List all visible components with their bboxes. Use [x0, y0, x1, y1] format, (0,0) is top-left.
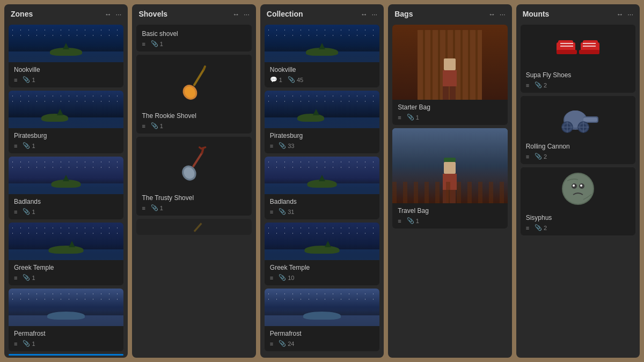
- column-header-collection: Collection ↔ ···: [260, 4, 384, 23]
- column-actions-mounts: ↔ ···: [616, 10, 633, 18]
- clip-icon: 📎: [151, 40, 158, 47]
- card-col-piratesburg[interactable]: Piratesburg ≡ 📎33: [265, 91, 379, 153]
- card-zone-piratesburg[interactable]: Piratesburg ≡ 📎1: [9, 91, 123, 153]
- svg-line-6: [193, 153, 202, 166]
- meta-attach: 📎1: [23, 340, 35, 347]
- card-meta: ≡ 📎1: [398, 217, 502, 224]
- card-bag-travel[interactable]: Travel Bag ≡ 📎1: [392, 128, 507, 228]
- meta-attach: 📎1: [23, 76, 35, 83]
- column-zones: Zones ↔ ··· Nookville ≡ 📎1: [4, 4, 128, 358]
- card-zone-permafrost[interactable]: Permafrost ≡ 📎1: [9, 289, 123, 351]
- list-icon: ≡: [398, 114, 401, 121]
- meta-attach: 📎2: [535, 82, 547, 88]
- scroll-indicator: [9, 354, 123, 356]
- card-title: The Trusty Shovel: [142, 194, 246, 202]
- card-shovel-rookie[interactable]: The Rookie Shovel ≡ 📎1: [136, 55, 251, 134]
- card-mount-shoes[interactable]: Supa Fly Shoes ≡ 📎2: [521, 25, 635, 93]
- card-col-greek[interactable]: Greek Temple ≡ 📎10: [265, 223, 379, 285]
- card-title: Travel Bag: [398, 207, 502, 215]
- card-shovel-trusty[interactable]: The Trusty Shovel ≡ 📎1: [136, 137, 251, 216]
- meta-attach: 📎31: [279, 208, 294, 215]
- meta-list: ≡: [142, 123, 145, 129]
- card-meta: ≡ 📎10: [270, 274, 374, 281]
- svg-line-9: [199, 147, 201, 149]
- card-title: The Rookie Shovel: [142, 112, 246, 120]
- list-icon: ≡: [270, 143, 273, 149]
- column-actions-zones: ↔ ···: [105, 10, 122, 18]
- list-icon: ≡: [14, 77, 17, 83]
- meta-attach: 📎1: [23, 208, 35, 215]
- list-icon: ≡: [14, 341, 17, 347]
- card-title: Greek Temple: [270, 264, 374, 271]
- meta-attach: 📎1: [23, 142, 35, 149]
- list-icon: ≡: [14, 209, 17, 215]
- card-zone-badlands[interactable]: Badlands ≡ 📎1: [9, 157, 123, 219]
- shoes-svg: [554, 32, 602, 61]
- meta-list: ≡: [14, 209, 17, 215]
- column-actions-shovels: ↔ ···: [232, 10, 250, 18]
- column-title-mounts: Mounts: [523, 10, 550, 18]
- card-col-badlands[interactable]: Badlands ≡ 📎31: [265, 157, 379, 219]
- meta-list: ≡: [14, 341, 17, 347]
- svg-line-10: [194, 223, 201, 231]
- list-icon: ≡: [526, 82, 529, 88]
- svg-point-37: [573, 184, 575, 187]
- card-mount-cannon[interactable]: Rolling Cannon ≡ 📎2: [521, 96, 635, 164]
- card-bag-starter[interactable]: Starter Bag ≡ 📎1: [392, 25, 507, 125]
- column-header-shovels: Shovels ↔ ···: [132, 4, 255, 23]
- list-icon: ≡: [270, 275, 273, 281]
- list-icon: ≡: [526, 153, 529, 160]
- column-header-mounts: Mounts ↔ ···: [516, 4, 640, 23]
- meta-list: ≡: [270, 143, 273, 149]
- column-actions-bags: ↔ ···: [488, 10, 506, 18]
- meta-attach: 📎2: [535, 224, 547, 231]
- card-meta: ≡ 📎1: [14, 208, 118, 215]
- column-bags: Bags ↔ ···: [388, 4, 511, 358]
- card-meta: ≡ 📎2: [526, 153, 630, 160]
- card-shovel-basic[interactable]: Basic shovel ≡ 📎1: [136, 25, 251, 51]
- menu-icon[interactable]: ···: [627, 10, 633, 18]
- meta-list: ≡: [270, 209, 273, 215]
- menu-icon[interactable]: ···: [116, 10, 122, 18]
- card-col-permafrost[interactable]: Permafrost ≡ 📎24: [265, 289, 379, 351]
- meta-list: ≡: [142, 205, 145, 211]
- expand-icon[interactable]: ↔: [360, 10, 367, 18]
- card-title: Nookville: [270, 66, 374, 73]
- partial-shovel-svg: [184, 219, 205, 235]
- column-actions-collection: ↔ ···: [360, 10, 377, 18]
- list-icon: ≡: [14, 143, 17, 149]
- clip-icon: 📎: [23, 76, 30, 83]
- menu-icon[interactable]: ···: [500, 10, 506, 18]
- card-meta: ≡ 📎1: [142, 122, 246, 129]
- clip-icon: 📎: [279, 274, 286, 281]
- expand-icon[interactable]: ↔: [616, 10, 623, 18]
- clip-icon: 📎: [23, 142, 30, 149]
- expand-icon[interactable]: ↔: [105, 10, 112, 18]
- meta-attach: 📎1: [151, 204, 163, 211]
- card-zone-nookville[interactable]: Nookville ≡ 📎1: [9, 25, 123, 87]
- card-mount-sisyphus[interactable]: Sisyphus ≡ 📎2: [521, 167, 635, 235]
- meta-list: ≡: [142, 41, 145, 47]
- card-title: Badlands: [270, 198, 374, 205]
- meta-list: ≡: [526, 153, 529, 160]
- expand-icon[interactable]: ↔: [232, 10, 239, 18]
- collection-list: Nookville 💬1 📎45 Piratesburg: [260, 23, 384, 358]
- expand-icon[interactable]: ↔: [488, 10, 495, 18]
- card-col-nookville[interactable]: Nookville 💬1 📎45: [265, 25, 379, 87]
- menu-icon[interactable]: ···: [244, 10, 250, 18]
- card-image-trusty-shovel: [136, 137, 251, 190]
- card-meta: ≡ 📎1: [142, 40, 246, 47]
- list-icon: ≡: [398, 218, 401, 224]
- comment-icon: 💬: [270, 76, 277, 83]
- svg-rect-17: [579, 50, 599, 54]
- meta-attach: 📎1: [151, 40, 163, 47]
- meta-attach: 📎33: [279, 142, 294, 149]
- card-image-starter-bag: [392, 25, 507, 100]
- menu-icon[interactable]: ···: [371, 10, 377, 18]
- column-header-zones: Zones ↔ ···: [4, 4, 128, 23]
- clip-icon: 📎: [279, 208, 286, 215]
- card-zone-greek[interactable]: Greek Temple ≡ 📎1: [9, 223, 123, 285]
- clip-icon: 📎: [535, 82, 542, 88]
- card-meta: ≡ 📎31: [270, 208, 374, 215]
- meta-attach: 📎1: [407, 114, 419, 121]
